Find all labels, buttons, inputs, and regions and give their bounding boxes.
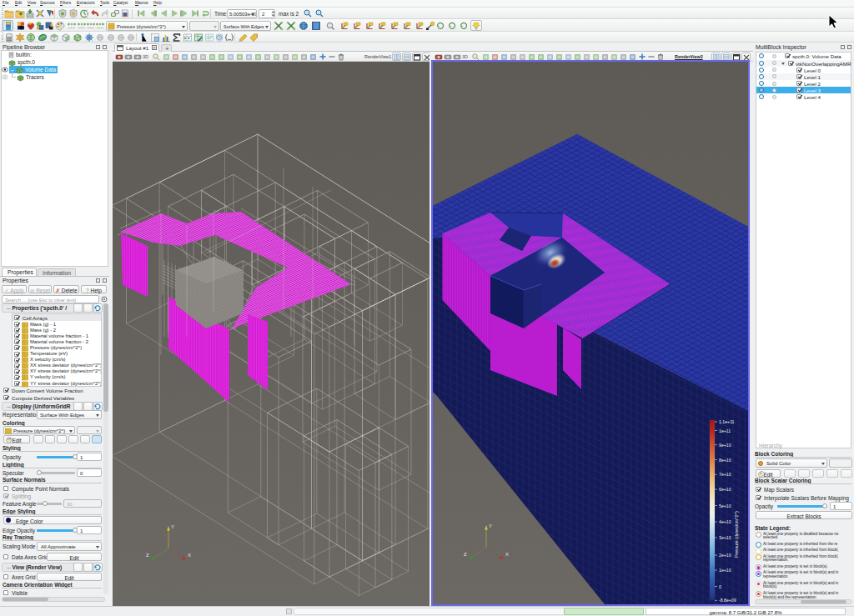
svg-text:5e+10: 5e+10 [719,503,731,508]
svg-text:-8.8e+09: -8.8e+09 [719,598,736,603]
svg-text:Z: Z [146,553,149,558]
svg-text:Y: Y [171,524,174,529]
svg-text:Z: Z [464,552,467,557]
svg-text:9e+10: 9e+10 [719,443,731,448]
svg-text:7e+10: 7e+10 [719,472,731,477]
svg-text:X: X [505,552,509,557]
svg-text:1.1e+11: 1.1e+11 [719,419,735,424]
svg-text:Pressure (dynes/cm^2^): Pressure (dynes/cm^2^) [734,511,739,558]
svg-text:8e+10: 8e+10 [719,458,731,463]
svg-text:0: 0 [719,584,721,589]
svg-text:6e+10: 6e+10 [719,487,731,492]
svg-text:2e+10: 2e+10 [719,553,731,558]
svg-text:X: X [188,553,191,558]
svg-text:1e+11: 1e+11 [719,428,731,433]
svg-text:4e+10: 4e+10 [719,519,731,524]
svg-text:1e+10: 1e+10 [719,568,731,573]
svg-text:Y: Y [489,523,492,528]
svg-text:3e+10: 3e+10 [719,535,731,540]
